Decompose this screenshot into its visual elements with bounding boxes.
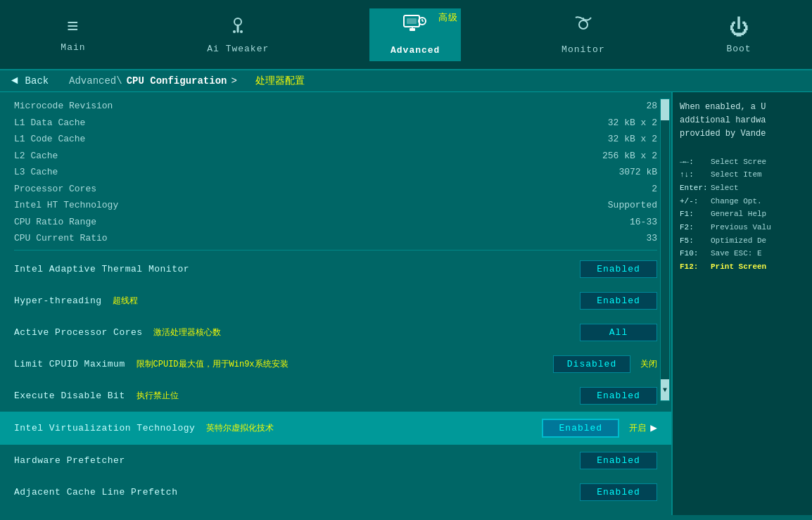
nav-item-boot[interactable]: ⏻ Boot: [705, 10, 772, 60]
tweaker-icon: [228, 15, 248, 39]
divider: [14, 250, 657, 251]
top-nav: ≡ Main Ai Tweaker: [0, 0, 812, 70]
hyper-threading-btn[interactable]: Enabled: [580, 292, 657, 310]
ratio-range-value: 16-33: [573, 215, 657, 229]
scrollbar-thumb-bottom[interactable]: ▼: [661, 379, 669, 400]
key-change-opt: Change Opt.: [711, 195, 762, 208]
cpuid-max-label: Limit CPUID Maximum: [14, 359, 125, 369]
key-help-f10: F10: Save ESC: E: [680, 247, 805, 260]
adj-cache-btn[interactable]: Enabled: [580, 483, 657, 501]
microcode-label: Microcode Revision: [14, 99, 113, 113]
breadcrumb-current: CPU Configuration: [127, 75, 227, 87]
setting-cpuid-max: Limit CPUID Maximum 限制CPUID最大值，用于Win9x系统…: [0, 348, 671, 380]
l1code-label: L1 Code Cache: [14, 132, 85, 146]
svg-rect-5: [407, 18, 417, 24]
cpuid-max-chinese-right: 关闭: [640, 358, 657, 370]
current-ratio-label: CPU Current Ratio: [14, 232, 108, 246]
key-help-select-item: ↑↓: Select Item: [680, 168, 805, 182]
right-sidebar: When enabled, a Uadditional hardwaprovid…: [671, 92, 812, 515]
execute-disable-chinese: 执行禁止位: [137, 391, 179, 401]
key-help-change: +/-: Change Opt.: [680, 195, 805, 208]
key-help-f12: F12: Print Screen: [680, 260, 805, 274]
info-row-l1data: L1 Data Cache 32 kB x 2: [0, 115, 671, 132]
svg-point-2: [233, 30, 236, 33]
breadcrumb-advanced[interactable]: Advanced\: [69, 75, 122, 87]
l2-value: 256 kB x 2: [573, 149, 657, 163]
boot-icon: ⏻: [729, 15, 749, 39]
svg-point-3: [240, 30, 243, 33]
virt-label: Intel Virtualization Technology: [14, 423, 195, 433]
active-cores-btn[interactable]: All: [580, 324, 657, 341]
l2-label: L2 Cache: [14, 149, 58, 163]
virt-chinese: 英特尔虚拟化技术: [206, 424, 274, 433]
scrollbar-track[interactable]: ▼: [660, 99, 670, 401]
cursor-indicator: ▶: [650, 421, 657, 435]
main-icon: ≡: [67, 16, 80, 38]
monitor-icon: [573, 15, 594, 40]
nav-label-advanced: Advanced: [391, 45, 440, 56]
l1data-label: L1 Data Cache: [14, 116, 85, 130]
key-f12: F12:: [680, 260, 708, 274]
microcode-value: 28: [573, 99, 657, 113]
l1data-value: 32 kB x 2: [573, 116, 657, 130]
execute-disable-label: Execute Disable Bit: [14, 391, 125, 401]
back-button[interactable]: Back: [25, 75, 49, 87]
ht-value: Supported: [573, 198, 657, 213]
virt-label-wrap: Intel Virtualization Technology 英特尔虚拟化技术: [14, 422, 274, 434]
adj-cache-label: Adjacent Cache Line Prefetch: [14, 487, 177, 497]
current-ratio-value: 33: [573, 232, 657, 246]
key-print-screen: Print Screen: [711, 260, 766, 274]
key-arrows: →←:: [680, 156, 708, 169]
key-select-screen: Select Scree: [711, 156, 766, 169]
cpuid-max-btn[interactable]: Disabled: [553, 355, 630, 373]
nav-label-main: Main: [61, 42, 85, 53]
key-f1: F1:: [680, 208, 708, 221]
setting-adj-cache: Adjacent Cache Line Prefetch Enabled: [0, 476, 671, 508]
nav-item-monitor[interactable]: Monitor: [540, 9, 626, 61]
key-previous-val: Previous Valu: [711, 221, 771, 234]
execute-disable-btn[interactable]: Enabled: [580, 387, 657, 405]
key-help-enter: Enter: Select: [680, 182, 805, 195]
key-optimized: Optimized De: [711, 234, 766, 248]
virt-btn[interactable]: Enabled: [542, 419, 619, 438]
nav-item-main[interactable]: ≡ Main: [39, 11, 106, 58]
info-row-l1code: L1 Code Cache 32 kB x 2: [0, 131, 671, 148]
setting-hyper-threading: Hyper-threading 超线程 Enabled: [0, 285, 671, 317]
advanced-chinese: 高级: [438, 11, 458, 24]
info-row-ht: Intel HT Technology Supported: [0, 197, 671, 214]
cpuid-label-wrap: Limit CPUID Maximum 限制CPUID最大值，用于Win9x系统…: [14, 358, 288, 370]
cpuid-right: Disabled 关闭: [553, 355, 657, 373]
nav-item-ai-tweaker[interactable]: Ai Tweaker: [186, 9, 290, 60]
key-help-f5: F5: Optimized De: [680, 234, 805, 248]
l1code-value: 32 kB x 2: [573, 132, 657, 146]
info-row-l3: L3 Cache 3072 kB: [0, 164, 671, 181]
key-f10: F10:: [680, 247, 708, 260]
active-cores-label-wrap: Active Processor Cores 激活处理器核心数: [14, 326, 221, 338]
key-select: Select: [711, 182, 739, 195]
hw-prefetcher-label: Hardware Prefetcher: [14, 455, 125, 466]
virt-chinese-right: 开启: [629, 422, 646, 434]
info-row-ratio-range: CPU Ratio Range 16-33: [0, 214, 671, 231]
svg-rect-9: [410, 28, 415, 31]
key-help-f2: F2: Previous Valu: [680, 221, 805, 234]
setting-execute-disable: Execute Disable Bit 执行禁止位 Enabled: [0, 380, 671, 412]
active-cores-label: Active Processor Cores: [14, 327, 143, 338]
setting-active-cores: Active Processor Cores 激活处理器核心数 All: [0, 317, 671, 348]
thermal-monitor-btn[interactable]: Enabled: [580, 260, 657, 278]
ratio-range-label: CPU Ratio Range: [14, 215, 96, 229]
nav-item-advanced[interactable]: Advanced 高级: [369, 8, 461, 61]
hw-prefetcher-btn[interactable]: Enabled: [580, 452, 657, 469]
hyper-threading-label: Hyper-threading: [14, 296, 102, 306]
key-help-f1: F1: General Help: [680, 208, 805, 221]
help-text: When enabled, a Uadditional hardwaprovid…: [680, 101, 805, 141]
nav-label-boot: Boot: [726, 44, 751, 54]
key-enter: Enter:: [680, 182, 708, 195]
virt-right: Enabled 开启 ▶: [542, 419, 657, 438]
key-general-help: General Help: [711, 208, 766, 221]
svg-point-11: [579, 20, 588, 29]
cpuid-max-chinese: 限制CPUID最大值，用于Win9x系统安装: [137, 360, 288, 369]
back-arrow-icon: ◄: [11, 75, 18, 87]
scrollbar-thumb-top: [661, 99, 669, 120]
thermal-monitor-label: Intel Adaptive Thermal Monitor: [14, 264, 189, 274]
info-row-cores: Processor Cores 2: [0, 181, 671, 198]
